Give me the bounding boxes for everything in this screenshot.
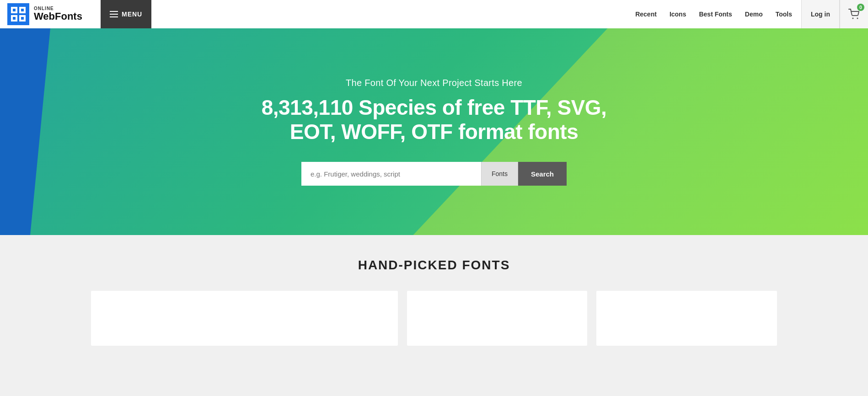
lower-section: HAND-PICKED FONTS	[0, 235, 868, 359]
cart-badge: 0	[857, 4, 864, 11]
hero-subtitle: The Font Of Your Next Project Starts Her…	[260, 78, 608, 88]
nav-recent[interactable]: Recent	[635, 11, 657, 18]
hero-title: 8,313,110 Species of free TTF, SVG, EOT,…	[260, 96, 608, 144]
logo-icon	[7, 3, 29, 25]
cart-button[interactable]: 0	[840, 0, 868, 28]
nav-demo[interactable]: Demo	[745, 11, 763, 18]
header: ONLINE WebFonts MENU Recent Icons Best F…	[0, 0, 868, 28]
svg-point-8	[852, 18, 853, 19]
hero-content: The Font Of Your Next Project Starts Her…	[251, 78, 617, 186]
logo-area: ONLINE WebFonts	[0, 0, 101, 28]
login-button[interactable]: Log in	[801, 0, 840, 28]
logo-text: ONLINE WebFonts	[34, 6, 82, 22]
menu-button[interactable]: MENU	[101, 0, 151, 28]
nav-icons[interactable]: Icons	[670, 11, 686, 18]
search-button[interactable]: Search	[518, 162, 567, 186]
svg-point-9	[857, 18, 858, 19]
font-card-1[interactable]	[91, 291, 398, 346]
svg-rect-4	[13, 9, 16, 11]
svg-rect-6	[13, 17, 16, 20]
search-type-button[interactable]: Fonts	[481, 162, 518, 186]
cards-row	[91, 291, 777, 346]
search-bar: Fonts Search	[301, 162, 567, 186]
hero-section: The Font Of Your Next Project Starts Her…	[0, 28, 868, 235]
menu-label: MENU	[122, 11, 142, 18]
font-card-2[interactable]	[407, 291, 588, 346]
font-card-3[interactable]	[596, 291, 777, 346]
nav-links: Recent Icons Best Fonts Demo Tools	[151, 11, 801, 18]
svg-rect-7	[21, 17, 24, 20]
logo-webfonts-text: WebFonts	[34, 11, 82, 22]
nav-tools[interactable]: Tools	[776, 11, 792, 18]
hamburger-icon	[110, 11, 118, 17]
search-input[interactable]	[301, 162, 481, 186]
svg-rect-5	[21, 9, 24, 11]
nav-best-fonts[interactable]: Best Fonts	[699, 11, 732, 18]
section-title: HAND-PICKED FONTS	[9, 258, 859, 273]
